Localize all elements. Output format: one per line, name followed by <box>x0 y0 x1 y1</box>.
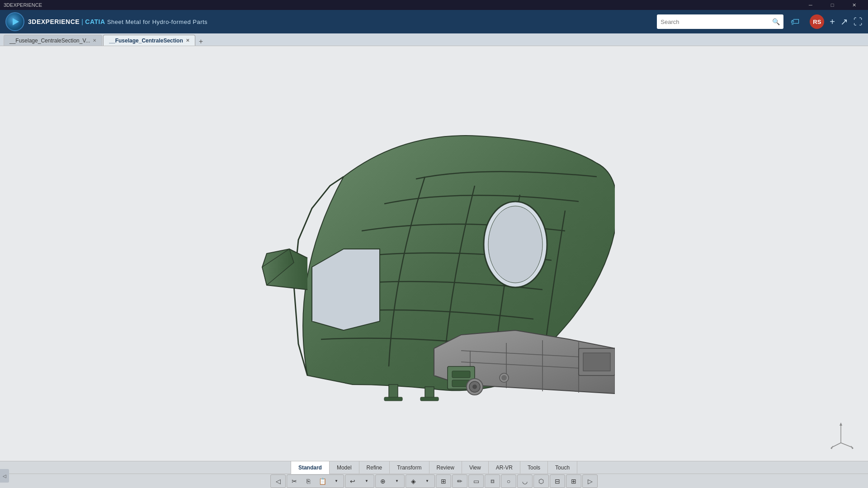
tool-group-curve: ◡ <box>517 474 533 488</box>
compass-indicator <box>827 416 854 452</box>
tool-group-rect: ▭ <box>468 474 484 488</box>
grid-tool-button[interactable]: ⊞ <box>567 475 580 487</box>
copy-tool-button[interactable]: ⎘ <box>302 475 315 487</box>
compass-svg <box>827 416 854 452</box>
tab-1[interactable]: __Fuselage_CentraleSection ✕ <box>103 35 195 46</box>
tab-0-label: __Fuselage_CentraleSection_V... <box>9 38 90 44</box>
paste-dropdown-button[interactable]: ▼ <box>330 475 343 487</box>
rect-tool-button[interactable]: ▭ <box>469 475 483 487</box>
search-input[interactable] <box>660 19 769 25</box>
sphere-tool-button[interactable]: ○ <box>502 475 515 487</box>
curve-tool-button[interactable]: ◡ <box>518 475 532 487</box>
render-dropdown-button[interactable]: ▼ <box>420 475 434 487</box>
menu-tab-touch[interactable]: Touch <box>548 461 577 474</box>
svg-point-1 <box>488 206 542 283</box>
brand-pipe: | <box>81 18 83 25</box>
brand-3d: 3D <box>28 18 37 25</box>
menu-tab-model[interactable]: Model <box>330 461 359 474</box>
user-avatar[interactable]: RS <box>810 14 824 29</box>
svg-rect-3 <box>452 371 470 378</box>
tool-group-grid: ⊞ <box>566 474 581 488</box>
svg-rect-13 <box>420 397 439 401</box>
brand-module: Sheet Metal for Hydro-formed Parts <box>107 19 208 25</box>
paste-tool-button[interactable]: 📋 <box>316 475 329 487</box>
titlebar-controls: ─ □ ✕ <box>800 0 864 10</box>
manipulate-tool-button[interactable]: ⊕ <box>376 475 390 487</box>
menu-tabs-bar: Standard Model Refine Transform Review V… <box>0 461 868 474</box>
tool-group-history: ↩ ▼ <box>345 474 374 488</box>
nav-right-controls: RS + ↗ ⛶ <box>810 14 863 29</box>
table-tool-button[interactable]: ⊞ <box>437 475 450 487</box>
box-tool-button[interactable]: ⬡ <box>534 475 548 487</box>
more-tools-button[interactable]: ▷ <box>583 475 597 487</box>
tool-group-clipboard: ✂ ⎘ 📋 ▼ <box>287 474 344 488</box>
svg-rect-11 <box>384 397 402 401</box>
share-button[interactable]: ↗ <box>840 16 848 27</box>
app-logo[interactable] <box>5 12 24 31</box>
menu-tab-view[interactable]: View <box>462 461 489 474</box>
svg-rect-12 <box>425 387 434 398</box>
back-tool-button[interactable]: ◁ <box>271 475 285 487</box>
search-icon[interactable]: 🔍 <box>772 18 780 25</box>
svg-rect-10 <box>389 385 398 398</box>
tool-group-box: ⬡ <box>533 474 549 488</box>
play-icon <box>13 18 19 25</box>
svg-marker-26 <box>830 446 833 449</box>
tab-1-close[interactable]: ✕ <box>186 38 189 43</box>
tool-icons-bar: ◁ ◁ ✂ ⎘ 📋 ▼ ↩ ▼ ⊕ ▼ ◈ ▼ ⊞ ✏ <box>267 474 601 488</box>
tab-0-close[interactable]: ✕ <box>93 38 96 43</box>
tag-icon[interactable]: 🏷 <box>791 17 800 27</box>
menu-tab-ar-vr[interactable]: AR-VR <box>489 461 520 474</box>
menu-tab-review[interactable]: Review <box>429 461 462 474</box>
tabbar: __Fuselage_CentraleSection_V... ✕ __Fuse… <box>0 33 868 46</box>
edit-tool-button[interactable]: ✏ <box>453 475 467 487</box>
search-bar[interactable]: 🔍 <box>657 14 783 29</box>
manipulate-dropdown-button[interactable]: ▼ <box>390 475 404 487</box>
titlebar-title: 3DEXPERIENCE <box>4 2 800 8</box>
tool-group-edit: ✏ <box>452 474 467 488</box>
menu-tab-tools[interactable]: Tools <box>520 461 548 474</box>
render-mode-button[interactable]: ◈ <box>406 475 420 487</box>
viewport <box>0 46 868 461</box>
tool-group-sphere: ○ <box>501 474 516 488</box>
svg-line-23 <box>832 443 841 447</box>
titlebar: 3DEXPERIENCE ─ □ ✕ <box>0 0 868 10</box>
expand-button[interactable]: ⛶ <box>854 17 863 27</box>
perspective-tool-button[interactable]: ⧈ <box>486 475 499 487</box>
cut-tool-button[interactable]: ✂ <box>288 475 301 487</box>
svg-line-22 <box>841 443 852 447</box>
undo-dropdown-button[interactable]: ▼ <box>360 475 373 487</box>
tool-group-table: ⊞ <box>436 474 451 488</box>
tool-group-render: ◈ ▼ <box>406 474 435 488</box>
add-button[interactable]: + <box>830 17 835 27</box>
close-button[interactable]: ✕ <box>844 0 864 10</box>
menu-tab-refine[interactable]: Refine <box>359 461 390 474</box>
menu-tab-transform[interactable]: Transform <box>390 461 429 474</box>
tab-0[interactable]: __Fuselage_CentraleSection_V... ✕ <box>4 35 102 46</box>
tool-group-manipulate: ⊕ ▼ <box>375 474 405 488</box>
toolbar-expand-button[interactable]: ◁ <box>0 469 9 483</box>
layers-tool-button[interactable]: ⊟ <box>551 475 564 487</box>
svg-marker-24 <box>840 422 842 426</box>
3d-model <box>253 95 615 412</box>
svg-point-9 <box>501 375 507 380</box>
navbar: 3DEXPERIENCE|CATIA Sheet Metal for Hydro… <box>0 10 868 33</box>
tab-1-label: __Fuselage_CentraleSection <box>109 38 183 44</box>
logo-area: 3DEXPERIENCE|CATIA Sheet Metal for Hydro… <box>5 12 208 31</box>
brand-experience: EXPERIENCE <box>37 18 80 25</box>
tool-group-perspective: ⧈ <box>485 474 500 488</box>
menu-tab-standard[interactable]: Standard <box>291 461 330 474</box>
tool-group-move: ◁ <box>270 474 286 488</box>
bottom-toolbar: Standard Model Refine Transform Review V… <box>0 461 868 488</box>
tab-add-button[interactable]: + <box>196 38 206 46</box>
tool-group-more: ▷ <box>582 474 598 488</box>
maximize-button[interactable]: □ <box>822 0 843 10</box>
svg-point-7 <box>472 385 477 389</box>
brand-catia: CATIA <box>85 18 105 25</box>
tool-group-layers: ⊟ <box>550 474 565 488</box>
minimize-button[interactable]: ─ <box>800 0 821 10</box>
model-area <box>0 46 868 461</box>
brand-text: 3DEXPERIENCE|CATIA Sheet Metal for Hydro… <box>28 18 208 25</box>
undo-tool-button[interactable]: ↩ <box>346 475 359 487</box>
svg-rect-20 <box>583 353 610 371</box>
